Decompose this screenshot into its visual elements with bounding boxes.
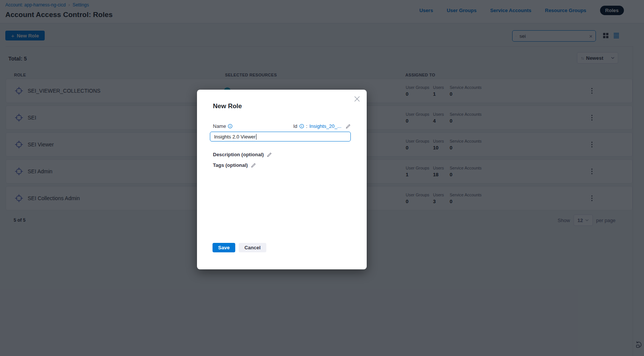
edit-pencil-icon[interactable] bbox=[345, 124, 351, 129]
role-name-input-value: Insights 2.0 Viewer bbox=[214, 134, 256, 140]
tags-label: Tags (optional) bbox=[213, 162, 248, 168]
id-separator: : bbox=[306, 123, 308, 129]
edit-pencil-icon[interactable] bbox=[267, 152, 272, 157]
info-icon[interactable] bbox=[299, 124, 304, 129]
close-icon[interactable] bbox=[354, 96, 360, 102]
screen: Account: app-harness-ng-cicd › Settings … bbox=[0, 0, 644, 356]
role-id-value[interactable]: Insights_20_... bbox=[309, 123, 341, 129]
edit-pencil-icon[interactable] bbox=[251, 163, 256, 168]
save-button[interactable]: Save bbox=[213, 243, 235, 252]
role-id-row: Id : Insights_20_... bbox=[293, 123, 351, 129]
id-label: Id bbox=[293, 123, 297, 129]
description-label: Description (optional) bbox=[213, 152, 264, 157]
role-name-input[interactable]: Insights 2.0 Viewer bbox=[210, 132, 351, 141]
name-label: Name bbox=[213, 123, 226, 129]
dialog-title: New Role bbox=[213, 103, 242, 110]
cancel-button[interactable]: Cancel bbox=[239, 243, 266, 252]
new-role-dialog: New Role Name Id : Insights_20_... bbox=[197, 90, 367, 269]
text-cursor bbox=[256, 134, 257, 140]
info-icon[interactable] bbox=[228, 124, 233, 129]
